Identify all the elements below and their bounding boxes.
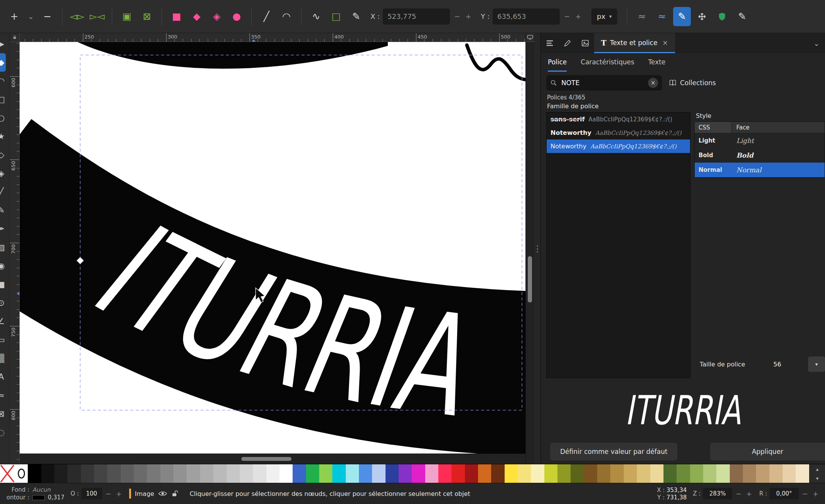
palette-swatch[interactable]: [663, 464, 677, 483]
palette-swatch[interactable]: [730, 464, 743, 483]
palette-swatch[interactable]: [796, 464, 809, 483]
fill-stroke-dialog-button[interactable]: [559, 33, 576, 53]
font-family-list[interactable]: sans-serifAaBbCcIiPpQq12369$€¢?.:/()Note…: [546, 112, 690, 378]
ruler-lock-corner[interactable]: [10, 33, 20, 42]
segment-curve-button[interactable]: ◠: [278, 7, 295, 26]
x-input[interactable]: 523,775: [383, 8, 450, 25]
node-auto-button[interactable]: ●: [228, 7, 246, 26]
palette-swatch[interactable]: [200, 464, 213, 483]
palette-swatch[interactable]: [597, 464, 610, 483]
css-column-header[interactable]: CSS: [695, 122, 732, 133]
palette-swatch[interactable]: [478, 464, 491, 483]
style-row[interactable]: BoldBold: [695, 148, 825, 163]
spiral-tool[interactable]: ◈: [0, 164, 6, 183]
join-nodes-button[interactable]: ▻◅: [88, 7, 106, 26]
eye-icon[interactable]: [158, 489, 167, 498]
font-size-value[interactable]: 56: [773, 361, 808, 368]
palette-swatch[interactable]: [544, 464, 557, 483]
bucket-tool[interactable]: ■: [0, 275, 6, 294]
tab-texte-et-police[interactable]: T Texte et police ×: [594, 33, 675, 53]
stroke-color-swatch[interactable]: [32, 495, 45, 500]
palette-swatch[interactable]: [703, 464, 716, 483]
lpe-pen-button[interactable]: ✎: [347, 7, 365, 26]
canvas[interactable]: ITURRIA: [20, 42, 525, 454]
font-family-row[interactable]: NoteworthyAaBbCcIiPpQq12369$€¢?.;/(): [547, 139, 690, 153]
palette-swatch[interactable]: [41, 464, 54, 483]
x-increment[interactable]: +: [464, 12, 472, 20]
palette-swatch[interactable]: [451, 464, 465, 483]
box3d-tool[interactable]: ◇: [0, 146, 6, 164]
node-symmetric-button[interactable]: ◈: [208, 7, 226, 26]
palette-swatch[interactable]: [160, 464, 173, 483]
font-size-dropdown[interactable]: ▾: [808, 356, 825, 372]
palette-swatch[interactable]: [121, 464, 134, 483]
gradient-tool[interactable]: ▨: [0, 238, 6, 257]
zoom-decrement[interactable]: −: [734, 490, 742, 498]
rotation-increment[interactable]: +: [812, 490, 820, 498]
palette-swatch[interactable]: [557, 464, 571, 483]
pencil-tool[interactable]: ╱: [0, 183, 6, 201]
edit-clip-path-toggle[interactable]: [713, 7, 731, 26]
join-segment-button[interactable]: ▣: [118, 7, 136, 26]
palette-swatch[interactable]: [610, 464, 623, 483]
segment-line-button[interactable]: ╱: [258, 7, 275, 26]
palette-swatch[interactable]: [266, 464, 279, 483]
palette-swatch[interactable]: [769, 464, 783, 483]
layer-name[interactable]: Image: [135, 490, 154, 497]
tweak-tool[interactable]: ◠: [0, 72, 6, 90]
palette-swatch[interactable]: [332, 464, 345, 483]
face-column-header[interactable]: Face: [732, 122, 825, 133]
edit-mask-toggle[interactable]: ✎: [733, 7, 751, 26]
y-increment[interactable]: +: [574, 12, 582, 20]
palette-swatch[interactable]: [359, 464, 372, 483]
delete-segment-button[interactable]: ⊠: [138, 7, 156, 26]
rotation-decrement[interactable]: −: [801, 490, 809, 498]
palette-swatch[interactable]: [386, 464, 399, 483]
show-handles-toggle[interactable]: ✎: [673, 7, 691, 26]
object-to-path-button[interactable]: ∿: [307, 7, 325, 26]
node-smooth-button[interactable]: ◆: [188, 7, 205, 26]
font-family-row[interactable]: NoteworthyAaBbCcIiPpQq12369$€¢?.;/(): [547, 126, 690, 139]
palette-scroll-up[interactable]: ▴: [810, 464, 825, 474]
font-search-box[interactable]: ×: [546, 75, 662, 91]
delete-node-button[interactable]: −: [39, 7, 56, 26]
show-outline-toggle[interactable]: ≈: [633, 7, 651, 26]
measure-tool[interactable]: ∠: [0, 312, 6, 331]
tab-police[interactable]: Police: [548, 53, 567, 72]
lpe-tool[interactable]: ◌: [0, 423, 6, 442]
palette-swatch[interactable]: [134, 464, 147, 483]
style-row[interactable]: NormalNormal: [695, 163, 825, 177]
dropper-tool[interactable]: ◉: [0, 257, 6, 275]
y-input[interactable]: 635,653: [493, 8, 560, 25]
ellipse-tool[interactable]: ○: [0, 109, 6, 127]
rect-tool[interactable]: □: [0, 90, 6, 109]
palette-swatch[interactable]: [518, 464, 531, 483]
show-transform-handles-toggle[interactable]: [693, 7, 711, 26]
star-tool[interactable]: ★: [0, 127, 6, 146]
palette-swatch[interactable]: [637, 464, 650, 483]
tab-caracteristiques[interactable]: Caractéristiques: [581, 53, 634, 72]
flatten-bezier-button[interactable]: □: [327, 7, 345, 26]
palette-swatch[interactable]: [107, 464, 120, 483]
palette-swatch[interactable]: [15, 464, 28, 483]
image-dialog-button[interactable]: [576, 33, 594, 53]
calligraphy-tool[interactable]: ✒: [0, 220, 6, 238]
palette-swatch[interactable]: [319, 464, 332, 483]
palette-swatch[interactable]: [438, 464, 451, 483]
apply-button[interactable]: Appliquer: [710, 443, 825, 460]
palette-swatch[interactable]: [54, 464, 67, 483]
zoom-tool[interactable]: ⊙: [0, 294, 6, 312]
palette-swatch[interactable]: [624, 464, 637, 483]
palette-swatch[interactable]: [465, 464, 478, 483]
opacity-input[interactable]: 100: [81, 488, 102, 499]
font-family-row[interactable]: sans-serifAaBbCcIiPpQq12369$€¢?.:/(): [547, 113, 690, 126]
palette-swatch[interactable]: [28, 464, 41, 483]
spray-tool[interactable]: ▒: [0, 349, 6, 368]
break-path-button[interactable]: ◅▻: [68, 7, 86, 26]
palette-swatch[interactable]: [372, 464, 385, 483]
vertical-scrollbar-thumb[interactable]: [528, 256, 532, 302]
close-icon[interactable]: ×: [662, 39, 668, 47]
palette-swatch[interactable]: [227, 464, 240, 483]
palette-swatch[interactable]: [743, 464, 756, 483]
fill-stroke-indicator[interactable]: Fond : Aucun ontour : 0,317: [5, 486, 64, 501]
